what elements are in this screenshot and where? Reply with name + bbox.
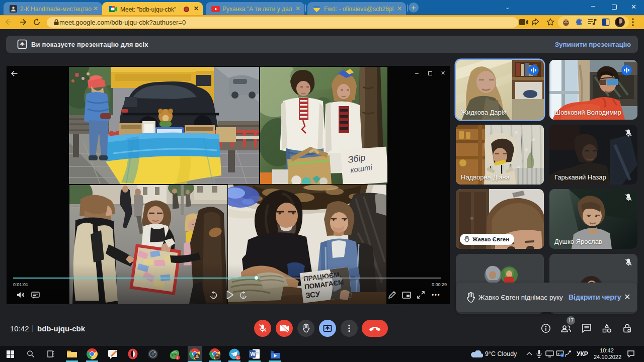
svg-text:W: W xyxy=(250,351,256,357)
svg-text:e: e xyxy=(557,352,559,355)
svg-text:5: 5 xyxy=(177,356,179,359)
svg-text:30: 30 xyxy=(242,295,246,299)
svg-text:61: 61 xyxy=(236,356,240,359)
svg-text:10: 10 xyxy=(212,295,216,299)
